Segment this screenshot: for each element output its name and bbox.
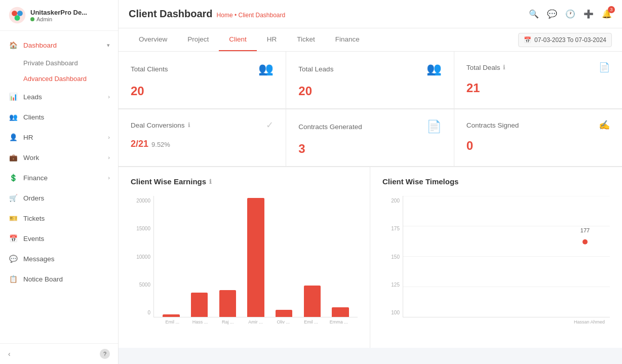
sidebar-item-hr[interactable]: 👤 HR › <box>0 127 118 147</box>
y-label: 10000 <box>131 254 150 260</box>
sidebar-footer: ‹ ? <box>0 343 118 364</box>
bar-item <box>159 314 183 317</box>
chevron-down-icon: ▾ <box>107 42 110 49</box>
deal-value: 2/21 9.52% <box>131 139 274 149</box>
help-button[interactable]: ? <box>100 349 110 359</box>
info-icon[interactable]: ℹ <box>188 122 190 129</box>
calendar-icon: 📅 <box>524 36 531 44</box>
bar-item <box>272 310 296 317</box>
x-label: Amir ... <box>242 319 269 325</box>
bar-item <box>328 307 353 317</box>
svg-point-2 <box>17 11 23 16</box>
notification-badge: 3 <box>608 6 615 13</box>
messages-icon: 💬 <box>8 254 18 264</box>
y-label: 20000 <box>131 198 150 204</box>
notice-board-icon: 📋 <box>8 274 18 284</box>
stat-card-contracts-generated: Contracts Generated 📄 3 <box>286 109 454 167</box>
notifications-button[interactable]: 🔔 3 <box>602 9 612 19</box>
sidebar-item-finance[interactable]: 💲 Finance › <box>0 168 118 188</box>
y-label: 200 <box>382 198 400 204</box>
topbar-right: 🔍 💬 🕐 ➕ 🔔 3 <box>529 9 612 19</box>
info-icon[interactable]: ℹ <box>209 178 212 185</box>
tab-ticket[interactable]: Ticket <box>287 28 325 51</box>
finance-icon: 💲 <box>8 173 18 183</box>
stat-header: Contracts Signed ✍ <box>466 119 610 131</box>
stat-value: 20 <box>298 84 441 98</box>
bar-item <box>244 198 268 317</box>
y-axis: 200 175 150 125 100 <box>382 196 403 317</box>
y-label: 175 <box>382 226 400 231</box>
sidebar-item-messages[interactable]: 💬 Messages <box>0 249 118 269</box>
stat-header: Total Deals ℹ 📄 <box>466 62 610 73</box>
stat-title: Total Deals ℹ <box>466 64 506 71</box>
timelogs-plot-area: 177 <box>403 196 610 317</box>
stat-header: Total Leads 👥 <box>298 62 441 76</box>
export-icon[interactable]: 📄 <box>599 62 610 73</box>
orders-icon: 🛒 <box>8 193 18 203</box>
x-label: Emil ... <box>297 319 325 325</box>
timelogs-chart: 200 175 150 125 100 <box>382 196 610 317</box>
stats-row-1: Total Clients 👥 20 Total Leads 👥 20 Tota… <box>119 52 622 109</box>
x-label: Oliv ... <box>269 319 297 325</box>
dashboard-icon: 🏠 <box>8 40 18 50</box>
y-label: 150 <box>382 254 400 260</box>
tab-project[interactable]: Project <box>177 28 219 51</box>
sidebar: UnitaskerPro De... Admin 🏠 Dashboard ▾ P… <box>0 0 119 364</box>
stat-title: Total Clients <box>131 65 168 73</box>
stat-header: Total Clients 👥 <box>131 62 274 76</box>
x-label: Raj ... <box>214 319 242 325</box>
bar-chart-bars <box>153 196 358 317</box>
bar <box>276 310 292 317</box>
bar <box>163 314 179 317</box>
tab-client[interactable]: Client <box>219 28 257 51</box>
stats-row-2: Deal Conversions ℹ ✓ 2/21 9.52% Contract… <box>119 109 622 167</box>
sidebar-item-dashboard[interactable]: 🏠 Dashboard ▾ <box>0 35 118 55</box>
status-dot <box>30 17 34 21</box>
leads-stat-icon: 👥 <box>426 62 442 76</box>
sidebar-item-clients[interactable]: 👥 Clients <box>0 107 118 127</box>
y-axis: 20000 15000 10000 5000 0 <box>131 196 153 317</box>
clock-button[interactable]: 🕐 <box>565 9 575 19</box>
x-label: Hass ... <box>186 319 214 325</box>
x-label: Hassan Ahmed <box>574 319 605 325</box>
x-labels: Emil ... Hass ... Raj ... Amir ... Oliv … <box>153 317 358 325</box>
sidebar-item-leads[interactable]: 📊 Leads › <box>0 87 118 107</box>
search-button[interactable]: 🔍 <box>529 9 539 19</box>
info-icon[interactable]: ℹ <box>503 64 506 71</box>
topbar-left: Client Dashboard Home • Client Dashboard <box>129 8 285 20</box>
date-range-value: 07-03-2023 To 07-03-2024 <box>534 36 606 44</box>
work-icon: 💼 <box>8 152 18 163</box>
leads-icon: 📊 <box>8 92 18 102</box>
sidebar-item-orders[interactable]: 🛒 Orders <box>0 188 118 208</box>
sidebar-item-label: Dashboard <box>23 42 57 49</box>
date-range-picker[interactable]: 📅 07-03-2023 To 07-03-2024 <box>518 33 612 47</box>
sidebar-item-events[interactable]: 📅 Events <box>0 228 118 249</box>
chevron-right-icon: › <box>108 175 110 181</box>
tab-hr[interactable]: HR <box>257 28 287 51</box>
breadcrumb: Home • Client Dashboard <box>217 12 286 19</box>
stat-value: 20 <box>131 84 274 98</box>
sidebar-item-tickets[interactable]: 🎫 Tickets <box>0 208 118 228</box>
collapse-sidebar-button[interactable]: ‹ <box>8 350 11 358</box>
events-icon: 📅 <box>8 233 18 244</box>
dashboard-submenu: Private Dashboard Advanced Dashboard <box>0 55 118 87</box>
sidebar-header: UnitaskerPro De... Admin <box>0 0 118 31</box>
sidebar-item-private-dashboard[interactable]: Private Dashboard <box>0 55 118 71</box>
sign-icon[interactable]: ✍ <box>599 119 610 131</box>
sidebar-nav: 🏠 Dashboard ▾ Private Dashboard Advanced… <box>0 31 118 343</box>
sidebar-item-advanced-dashboard[interactable]: Advanced Dashboard <box>0 71 118 87</box>
admin-label: Admin <box>36 16 52 22</box>
chat-button[interactable]: 💬 <box>547 9 557 19</box>
sidebar-item-work[interactable]: 💼 Work › <box>0 147 118 168</box>
timelogs-chart-title: Client Wise Timelogs <box>382 177 610 186</box>
bar <box>191 293 208 317</box>
timelogs-svg: 177 <box>403 196 610 317</box>
sidebar-item-label: Messages <box>23 255 55 263</box>
tab-overview[interactable]: Overview <box>129 28 177 51</box>
add-button[interactable]: ➕ <box>584 9 594 19</box>
sidebar-item-notice-board[interactable]: 📋 Notice Board <box>0 269 118 289</box>
tab-finance[interactable]: Finance <box>325 28 370 51</box>
stat-card-total-leads: Total Leads 👥 20 <box>286 52 454 109</box>
svg-point-1 <box>12 11 17 16</box>
sidebar-item-label: Notice Board <box>23 275 63 283</box>
